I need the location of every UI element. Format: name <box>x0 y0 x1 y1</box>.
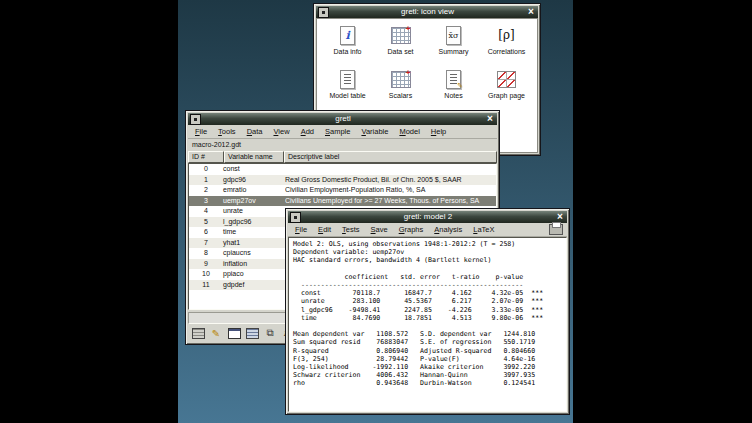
variable-id: 2 <box>189 185 223 196</box>
variable-id: 5 <box>189 217 223 228</box>
variable-id: 11 <box>189 280 223 291</box>
model-results-panel: Model 2: OLS, using observations 1948:1-… <box>288 237 567 412</box>
summary-icon: x̄σ <box>446 25 461 45</box>
session-icon-correlations[interactable]: [ρ]Correlations <box>480 22 533 66</box>
variable-name: unrate <box>223 206 285 217</box>
model-menubar: FileEditTestsSaveGraphsAnalysisLaTeX <box>288 223 567 237</box>
window-list-icon[interactable]: ⧉ <box>263 326 277 340</box>
variable-id: 7 <box>189 238 223 249</box>
variable-id: 1 <box>189 175 223 186</box>
console-icon[interactable] <box>227 326 241 340</box>
menu-graphs[interactable]: Graphs <box>394 224 430 235</box>
session-icon-notes[interactable]: ✎Notes <box>427 66 480 110</box>
print-icon[interactable] <box>549 224 563 235</box>
icon-view-title: gretl: icon view <box>331 6 524 18</box>
variable-id: 3 <box>189 196 223 207</box>
variable-name: cpiaucns <box>223 248 285 259</box>
session-icon-model-table[interactable]: Model table <box>321 66 374 110</box>
variable-list-header: ID # Variable name Descriptive label <box>188 151 497 163</box>
menu-analysis[interactable]: Analysis <box>429 224 468 235</box>
model-title: gretl: model 2 <box>303 211 553 223</box>
variable-name: gdpdef <box>223 280 285 291</box>
close-icon[interactable]: × <box>526 7 536 17</box>
screen: gretl: icon view × iData info+Data setx̄… <box>0 0 752 423</box>
menu-add[interactable]: Add <box>296 126 320 137</box>
menu-edit[interactable]: Edit <box>313 224 337 235</box>
menu-data[interactable]: Data <box>242 126 269 137</box>
menu-model[interactable]: Model <box>394 126 425 137</box>
column-header-label[interactable]: Descriptive label <box>284 151 497 163</box>
variable-name: emratio <box>223 185 285 196</box>
variable-row[interactable]: 3uemp27ovCivilians Unemployed for >= 27 … <box>189 196 496 207</box>
menu-latex[interactable]: LaTeX <box>468 224 500 235</box>
icon-label: Notes <box>444 92 462 99</box>
variable-name: ppiaco <box>223 269 285 280</box>
menu-tools[interactable]: Tools <box>213 126 242 137</box>
session-icon-data-set[interactable]: +Data set <box>374 22 427 66</box>
variable-id: 8 <box>189 248 223 259</box>
model-window: gretl: model 2 × FileEditTestsSaveGraphs… <box>285 208 570 415</box>
variable-id: 10 <box>189 269 223 280</box>
variable-row[interactable]: 2emratioCivilian Employment-Population R… <box>189 185 496 196</box>
session-icon-scalars[interactable]: +Scalars <box>374 66 427 110</box>
variable-label: Civilian Employment-Population Ratio, %,… <box>285 185 496 196</box>
main-title: gretl <box>203 113 483 125</box>
variable-id: 6 <box>189 227 223 238</box>
session-icon-graph-page[interactable]: Graph page <box>480 66 533 110</box>
edit-script-icon[interactable]: ✎ <box>209 326 223 340</box>
variable-label <box>285 164 496 175</box>
variable-name: inflation <box>223 259 285 270</box>
main-menubar: FileToolsDataViewAddSampleVariableModelH… <box>188 125 497 139</box>
variable-id: 0 <box>189 164 223 175</box>
graph-page-icon <box>497 69 516 89</box>
column-header-id[interactable]: ID # <box>188 151 224 163</box>
close-icon[interactable]: × <box>555 212 565 222</box>
icon-label: Summary <box>439 48 469 55</box>
variable-row[interactable]: 1gdpc96Real Gross Domestic Product, Bil.… <box>189 175 496 186</box>
close-icon[interactable]: × <box>485 114 495 124</box>
column-header-name[interactable]: Variable name <box>224 151 284 163</box>
window-menu-button[interactable] <box>290 212 301 223</box>
menu-save[interactable]: Save <box>366 224 394 235</box>
variable-id: 4 <box>189 206 223 217</box>
main-titlebar[interactable]: gretl × <box>188 113 497 125</box>
session-icon-summary[interactable]: x̄σSummary <box>427 22 480 66</box>
dataset-filename: macro-2012.gdt <box>188 139 497 151</box>
menu-view[interactable]: View <box>268 126 295 137</box>
icon-label: Data info <box>333 48 361 55</box>
icon-label: Scalars <box>389 92 412 99</box>
model-output: Model 2: OLS, using observations 1948:1-… <box>293 240 562 388</box>
variable-label: Real Gross Domestic Product, Bil. of Chn… <box>285 175 496 186</box>
menu-sample[interactable]: Sample <box>320 126 356 137</box>
menu-file[interactable]: File <box>190 126 213 137</box>
model-titlebar[interactable]: gretl: model 2 × <box>288 211 567 223</box>
notes-icon: ✎ <box>446 69 461 89</box>
variable-name: gdpc96 <box>223 175 285 186</box>
scalars-icon: + <box>391 69 411 89</box>
icon-view-titlebar[interactable]: gretl: icon view × <box>316 6 538 18</box>
menu-help[interactable]: Help <box>426 126 452 137</box>
data-set-icon: + <box>391 25 411 45</box>
variable-label: Civilians Unemployed for >= 27 Weeks, Th… <box>285 196 496 207</box>
menu-file[interactable]: File <box>290 224 313 235</box>
calculator-icon[interactable] <box>191 326 205 340</box>
variable-name: l_gdpc96 <box>223 217 285 228</box>
window-menu-button[interactable] <box>190 114 201 125</box>
variable-name: time <box>223 227 285 238</box>
dataset-grid-icon[interactable] <box>245 326 259 340</box>
model-table-icon <box>340 69 355 89</box>
variable-name: uemp27ov <box>223 196 285 207</box>
variable-name: yhat1 <box>223 238 285 249</box>
session-icon-data-info[interactable]: iData info <box>321 22 374 66</box>
menu-variable[interactable]: Variable <box>356 126 394 137</box>
icon-label: Data set <box>387 48 413 55</box>
icon-label: Model table <box>329 92 365 99</box>
icon-label: Correlations <box>488 48 526 55</box>
data-info-icon: i <box>340 25 355 45</box>
window-menu-button[interactable] <box>318 7 329 18</box>
correlations-icon: [ρ] <box>498 25 514 45</box>
icon-label: Graph page <box>488 92 525 99</box>
menu-tests[interactable]: Tests <box>337 224 366 235</box>
variable-row[interactable]: 0const <box>189 164 496 175</box>
variable-name: const <box>223 164 285 175</box>
